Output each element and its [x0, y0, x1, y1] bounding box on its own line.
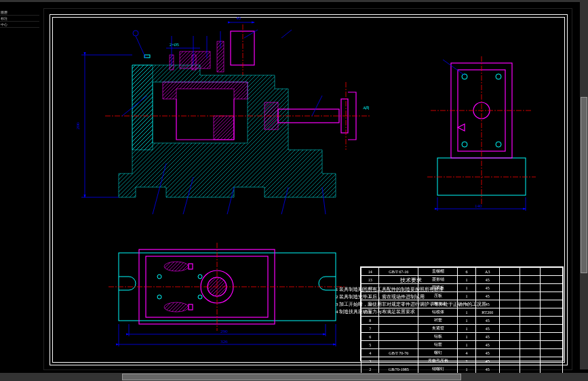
- bom-row: 10调整支承145: [361, 300, 563, 308]
- svg-rect-0: [132, 65, 153, 150]
- svg-point-61: [496, 74, 501, 79]
- bom-row: 13菱形销145: [361, 276, 563, 284]
- dim-290: 290: [220, 329, 228, 334]
- bom-row: 6钻板145: [361, 333, 563, 341]
- svg-point-20: [133, 31, 138, 36]
- bom-table: 14GB/T 67-16盖螺帽6A3 13菱形销145 12固紧板145 11压…: [361, 267, 563, 381]
- top-view: 290 326: [109, 243, 346, 346]
- svg-line-27: [281, 30, 292, 38]
- drawing-canvas[interactable]: 200 40 2×Ø5 A向 290 326 140 技术要求 1 装具制造期间…: [43, 8, 572, 370]
- svg-rect-5: [192, 55, 196, 70]
- bom-row: 4GB/T 70-76螺钉445: [361, 349, 563, 357]
- svg-rect-10: [214, 116, 234, 140]
- title-block: 14GB/T 67-16盖螺帽6A3 13菱形销145 12固紧板145 11压…: [360, 266, 564, 361]
- menu-bar[interactable]: [0, 0, 588, 2]
- bom-row: 14GB/T 67-16盖螺帽6A3: [361, 268, 563, 276]
- svg-line-28: [312, 96, 322, 116]
- svg-point-40: [164, 262, 189, 271]
- svg-point-43: [157, 295, 161, 299]
- scrollbar-horizontal[interactable]: [0, 373, 588, 381]
- svg-line-70: [443, 60, 465, 75]
- bom-row: 5钻套145: [361, 341, 563, 349]
- side-view: 140: [427, 56, 536, 211]
- main-view: 200 40 2×Ø5 A向: [75, 16, 370, 214]
- layer-panel[interactable]: 图层 标注 中心: [0, 9, 39, 369]
- svg-point-60: [462, 74, 467, 79]
- dim-40: 40: [236, 16, 241, 21]
- svg-rect-3: [231, 31, 254, 65]
- bom-row: 2GB/70-1985销螺钉145: [361, 365, 563, 374]
- bom-row: 9钻模体1HT200: [361, 308, 563, 317]
- scroll-thumb[interactable]: [122, 374, 461, 380]
- scroll-thumb[interactable]: [581, 97, 587, 273]
- svg-point-63: [496, 142, 501, 147]
- bom-row: 11压板145: [361, 292, 563, 300]
- layer-item[interactable]: 标注: [0, 16, 39, 22]
- layer-item[interactable]: 图层: [0, 9, 39, 16]
- svg-point-45: [198, 295, 202, 299]
- svg-point-41: [164, 302, 189, 312]
- svg-point-42: [157, 275, 161, 279]
- dim-326: 326: [220, 339, 228, 344]
- hole-note: 2×Ø5: [170, 43, 179, 47]
- app-window: 图层 标注 中心 200 40 2×Ø5 A向 290 326 140 技术要求…: [0, 0, 588, 381]
- svg-rect-47: [189, 304, 193, 310]
- bom-row: 3尺套弓压形245: [361, 357, 563, 365]
- svg-line-19: [136, 36, 146, 58]
- svg-point-62: [462, 142, 467, 147]
- bom-row: 7夹紧臂145: [361, 325, 563, 333]
- dim-200: 200: [75, 122, 81, 129]
- callout-a: A向: [363, 106, 370, 110]
- svg-point-44: [198, 275, 202, 279]
- layer-item[interactable]: 中心: [0, 22, 39, 28]
- bom-row: 8衬套145: [361, 317, 563, 325]
- dim-140: 140: [475, 203, 482, 209]
- svg-rect-46: [189, 264, 193, 269]
- scrollbar-vertical[interactable]: [580, 2, 588, 369]
- bom-row: 12固紧板145: [361, 284, 563, 292]
